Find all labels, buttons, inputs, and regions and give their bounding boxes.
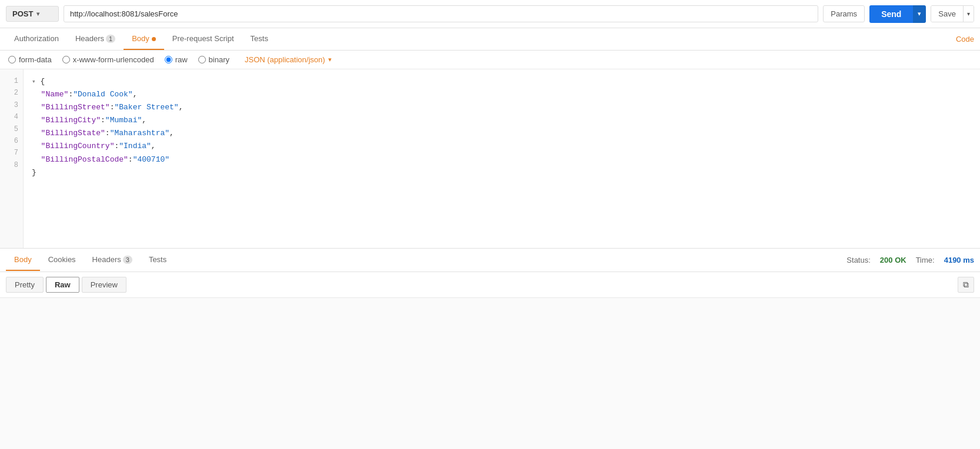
status-label: Status: [846,256,870,264]
send-button[interactable]: Send [869,5,913,23]
time-value: 4190 ms [944,256,974,264]
save-btn-group: Save ▾ [931,5,974,22]
resp-tab-headers[interactable]: Headers3 [84,249,141,271]
binary-label: binary [209,55,229,64]
resp-raw-button[interactable]: Raw [46,277,79,293]
line-numbers: 1 2 3 4 5 6 7 8 [0,69,24,248]
response-body [0,298,980,449]
code-content[interactable]: ▾ { "Name":"Donald Cook", "BillingStreet… [24,69,980,248]
resp-tab-body[interactable]: Body [6,249,40,271]
body-dot [152,37,156,41]
raw-radio[interactable] [165,56,172,63]
resp-preview-button[interactable]: Preview [82,277,126,293]
copy-button[interactable]: ⧉ [958,277,974,293]
resp-tab-cookies[interactable]: Cookies [40,249,84,271]
time-label: Time: [916,256,935,264]
response-tabs-bar: Body Cookies Headers3 Tests Status: 200 … [0,249,980,272]
json-type-label: JSON (application/json) [245,55,325,64]
binary-option[interactable]: binary [198,55,229,64]
tab-headers[interactable]: Headers1 [67,28,124,50]
top-bar: POST ▾ Params Send ▾ Save ▾ [0,0,980,28]
tab-authorization[interactable]: Authorization [6,28,67,50]
method-chevron-icon: ▾ [36,11,39,17]
method-label: POST [12,9,33,18]
status-value: 200 OK [880,256,906,264]
status-info: Status: 200 OK Time: 4190 ms [846,256,974,264]
save-button[interactable]: Save [931,6,963,22]
resp-tab-tests[interactable]: Tests [141,249,175,271]
urlencoded-radio[interactable] [62,56,70,63]
tab-pre-request[interactable]: Pre-request Script [164,28,242,50]
tab-body[interactable]: Body [124,28,164,50]
form-data-radio[interactable] [8,56,16,63]
urlencoded-option[interactable]: x-www-form-urlencoded [62,55,154,64]
body-type-row: form-data x-www-form-urlencoded raw bina… [0,51,980,69]
raw-option[interactable]: raw [165,55,188,64]
save-dropdown-button[interactable]: ▾ [963,6,974,22]
headers-badge: 1 [106,35,115,43]
code-link[interactable]: Code [956,35,974,43]
resp-pretty-button[interactable]: Pretty [6,277,44,293]
json-type-select[interactable]: JSON (application/json) ▾ [245,55,332,64]
request-tabs-bar: Authorization Headers1 Body Pre-request … [0,28,980,51]
tab-tests[interactable]: Tests [242,28,276,50]
send-dropdown-button[interactable]: ▾ [913,5,926,23]
url-input[interactable] [64,5,818,22]
send-btn-group: Send ▾ [869,5,926,23]
json-type-chevron-icon: ▾ [328,56,332,63]
binary-radio[interactable] [198,56,206,63]
form-data-option[interactable]: form-data [8,55,52,64]
form-data-label: form-data [19,55,52,64]
main-container: Authorization Headers1 Body Pre-request … [0,28,980,449]
code-editor[interactable]: 1 2 3 4 5 6 7 8 ▾ { "Name":"Donald Cook"… [0,69,980,249]
urlencoded-label: x-www-form-urlencoded [73,55,154,64]
raw-label: raw [175,55,188,64]
resp-headers-badge: 3 [123,256,132,264]
params-button[interactable]: Params [823,5,865,22]
response-section: Body Cookies Headers3 Tests Status: 200 … [0,249,980,449]
method-select[interactable]: POST ▾ [6,6,59,22]
resp-view-tabs: Pretty Raw Preview ⧉ [0,272,980,298]
